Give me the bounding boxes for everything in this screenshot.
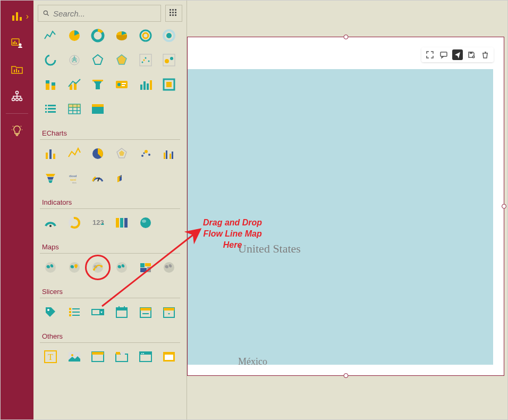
frame-icon[interactable] — [159, 75, 179, 94]
iframe-icon[interactable] — [159, 347, 179, 366]
widget-frame[interactable]: United States México — [187, 37, 504, 376]
window-icon[interactable] — [136, 347, 155, 366]
flow-line-map-icon[interactable] — [88, 258, 107, 277]
svg-point-98 — [93, 268, 95, 271]
marker-map-icon[interactable] — [65, 258, 84, 277]
echarts-gauge-icon[interactable] — [88, 169, 107, 188]
svg-rect-18 — [175, 9, 176, 11]
gauge-indicator-icon[interactable] — [41, 213, 60, 232]
svg-rect-64 — [48, 105, 56, 106]
resize-handle-right[interactable] — [502, 204, 506, 209]
fullscreen-button[interactable] — [425, 49, 435, 60]
map-viewport[interactable]: United States México — [188, 69, 493, 365]
widget-palette: ECharts cloudworddata Indicators 123 — [33, 1, 187, 419]
svg-text:cloud: cloud — [69, 174, 77, 178]
scatter-icon[interactable] — [136, 51, 155, 70]
share-button[interactable] — [452, 49, 463, 60]
line-chart-icon[interactable] — [41, 26, 60, 45]
table-icon[interactable] — [65, 99, 84, 119]
echarts-radar-icon[interactable] — [112, 144, 131, 163]
dropdown-slicer-icon[interactable] — [88, 303, 107, 322]
svg-rect-65 — [48, 108, 56, 110]
panel-icon[interactable] — [88, 347, 107, 366]
sphere-indicator-icon[interactable] — [136, 213, 155, 232]
svg-point-135 — [143, 353, 144, 354]
circular-indicator-icon[interactable] — [65, 213, 84, 232]
choropleth-icon[interactable] — [136, 258, 155, 277]
radial-progress-icon[interactable] — [41, 51, 60, 70]
echarts-line-icon[interactable] — [65, 144, 84, 163]
nav-folder[interactable] — [4, 58, 30, 81]
tag-slicer-icon[interactable] — [41, 303, 60, 322]
nav-charts[interactable] — [4, 5, 30, 28]
donut-chart-icon[interactable] — [88, 26, 107, 45]
echarts-grouped-bar-icon[interactable] — [159, 144, 179, 163]
card-icon[interactable] — [112, 75, 131, 94]
search-box[interactable] — [38, 5, 161, 22]
nav-dashboard[interactable] — [4, 31, 30, 55]
nav-ideas[interactable] — [4, 119, 30, 142]
svg-rect-21 — [175, 12, 176, 13]
svg-rect-50 — [92, 80, 103, 81]
svg-rect-62 — [45, 108, 47, 110]
svg-rect-17 — [172, 9, 174, 11]
tabs-icon[interactable] — [112, 347, 131, 366]
pie-3d-icon[interactable] — [112, 26, 131, 45]
svg-rect-8 — [14, 70, 15, 72]
polygon-fill-icon[interactable] — [112, 51, 131, 70]
delete-button[interactable] — [480, 49, 490, 60]
radar-icon[interactable] — [65, 51, 84, 70]
date-dropdown-slicer-icon[interactable] — [159, 303, 179, 322]
nested-pie-icon[interactable] — [136, 26, 155, 45]
echarts-pie-icon[interactable] — [88, 144, 107, 163]
date-slicer-icon[interactable] — [112, 303, 131, 322]
nav-rail — [1, 1, 33, 419]
resize-handle-bottom[interactable] — [343, 373, 348, 378]
image-insert-icon[interactable] — [65, 347, 84, 366]
text-widget-icon[interactable]: T — [41, 347, 60, 366]
grid-view-toggle[interactable] — [165, 5, 182, 22]
svg-rect-122 — [164, 308, 174, 310]
design-canvas[interactable]: United States México Drag and Drop Flow … — [187, 1, 507, 419]
svg-point-76 — [145, 150, 148, 153]
svg-rect-23 — [172, 14, 174, 16]
pie-chart-icon[interactable] — [65, 26, 84, 45]
column-chart-icon[interactable] — [136, 75, 155, 94]
polygon-outline-icon[interactable] — [88, 51, 107, 70]
echarts-wordcloud-icon[interactable]: cloudworddata — [65, 169, 84, 188]
funnel-icon[interactable] — [88, 75, 107, 94]
image-widget-icon[interactable] — [88, 99, 107, 119]
save-button[interactable] — [466, 49, 477, 60]
list-icon[interactable] — [41, 99, 60, 119]
annotation-text: Drag and Drop Flow Line Map Here — [203, 217, 262, 250]
kpi-bars-icon[interactable] — [112, 213, 131, 232]
date-range-slicer-icon[interactable] — [136, 303, 155, 322]
section-title-slicers: Slicers — [40, 284, 180, 298]
svg-rect-45 — [46, 80, 49, 83]
echarts-funnel-icon[interactable] — [41, 169, 60, 188]
svg-rect-36 — [140, 54, 151, 66]
globe-map-icon[interactable] — [41, 258, 60, 277]
bubble-icon[interactable] — [159, 51, 179, 70]
list-slicer-icon[interactable] — [65, 303, 84, 322]
svg-rect-4 — [13, 42, 14, 44]
sunburst-icon[interactable] — [159, 26, 179, 45]
svg-rect-5 — [14, 41, 15, 44]
nav-hierarchy[interactable] — [4, 85, 30, 108]
svg-point-13 — [16, 98, 19, 101]
echarts-bar-icon[interactable] — [41, 144, 60, 163]
search-input[interactable] — [53, 9, 156, 18]
numeric-indicator-icon[interactable]: 123 — [88, 213, 107, 232]
widget-toolbar — [421, 47, 494, 62]
svg-point-12 — [12, 98, 15, 101]
echarts-scatter-icon[interactable] — [136, 144, 155, 163]
heat-map-icon[interactable] — [112, 258, 131, 277]
globe-grey-icon[interactable] — [159, 258, 179, 277]
combo-chart-icon[interactable] — [65, 75, 84, 94]
svg-point-30 — [143, 33, 148, 38]
echarts-3d-bar-icon[interactable] — [112, 169, 131, 188]
comment-button[interactable] — [438, 49, 449, 60]
stacked-bar-icon[interactable] — [41, 75, 60, 94]
resize-handle-top[interactable] — [343, 35, 348, 39]
svg-point-43 — [170, 57, 173, 60]
